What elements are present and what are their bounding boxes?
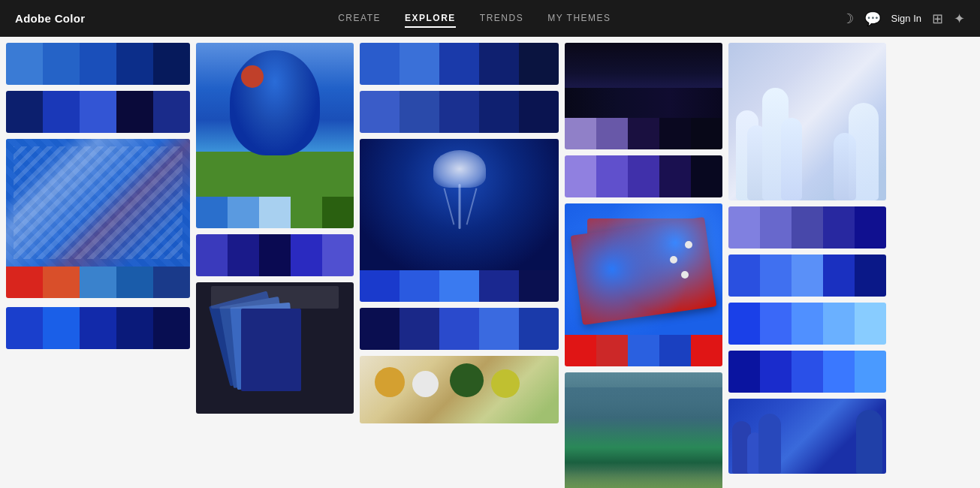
col-5 <box>728 43 886 474</box>
col-4 <box>565 43 722 488</box>
signin-button[interactable]: Sign In <box>891 13 921 24</box>
image-palette-card[interactable] <box>196 43 354 228</box>
image-card[interactable] <box>360 356 559 423</box>
moon-icon[interactable]: ☽ <box>842 11 854 27</box>
image-card[interactable] <box>565 43 722 149</box>
image-palette-card[interactable] <box>565 203 722 366</box>
palette-card[interactable] <box>565 155 722 197</box>
image-palette-card[interactable] <box>196 282 354 414</box>
nav-links: CREATE EXPLORE TRENDS MY THEMES <box>107 10 841 28</box>
palette-card[interactable] <box>360 43 559 85</box>
nav-trends[interactable]: TRENDS <box>480 10 523 28</box>
image-palette-card[interactable] <box>360 139 559 302</box>
image-card[interactable] <box>728 43 886 200</box>
nav-create[interactable]: CREATE <box>338 10 381 28</box>
image-card[interactable] <box>565 372 722 488</box>
chat-icon[interactable]: 💬 <box>864 11 881 27</box>
palette-card[interactable] <box>728 351 886 393</box>
col-2 <box>196 43 354 414</box>
palette-card[interactable] <box>360 91 559 133</box>
image-palette-card[interactable] <box>6 139 190 298</box>
palette-card[interactable] <box>360 308 559 350</box>
palette-card[interactable] <box>6 91 190 133</box>
nav-my-themes[interactable]: MY THEMES <box>547 10 611 28</box>
nav-explore[interactable]: EXPLORE <box>405 10 456 28</box>
settings-icon[interactable]: ✦ <box>954 11 965 27</box>
explore-grid <box>0 37 980 488</box>
nav-right-icons: ☽ 💬 Sign In ⊞ ✦ <box>842 11 965 27</box>
image-card[interactable] <box>728 399 886 474</box>
palette-card[interactable] <box>6 43 190 85</box>
col-3 <box>360 43 559 423</box>
palette-card[interactable] <box>6 307 190 349</box>
grid-icon[interactable]: ⊞ <box>932 11 943 27</box>
top-nav: Adobe Color CREATE EXPLORE TRENDS MY THE… <box>0 0 980 37</box>
col-1 <box>6 43 190 349</box>
brand-logo: Adobe Color <box>15 12 85 25</box>
palette-card[interactable] <box>196 234 354 276</box>
palette-card[interactable] <box>728 303 886 345</box>
palette-card[interactable] <box>728 206 886 249</box>
palette-card[interactable] <box>728 255 886 297</box>
